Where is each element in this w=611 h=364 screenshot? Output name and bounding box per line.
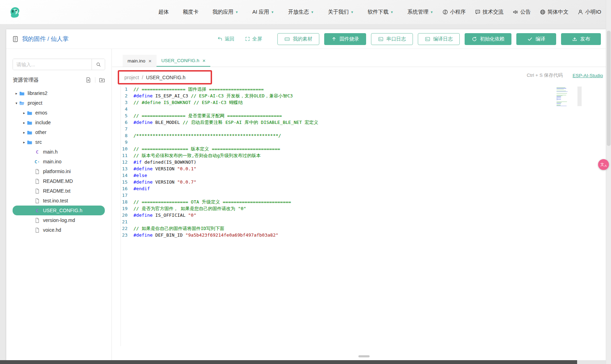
nav-utility-公告[interactable]: 公告 xyxy=(512,9,531,15)
nav-item[interactable]: 系统管理▼ xyxy=(407,9,433,15)
toolbar-button-我的素材[interactable]: 我的素材 xyxy=(277,33,319,45)
folder-icon xyxy=(27,120,32,126)
code-line[interactable]: 1// ================ 固件选择 ==============… xyxy=(112,86,606,92)
line-number: 14 xyxy=(112,172,128,179)
tree-item-label: test.ino.test xyxy=(43,198,68,203)
code-line[interactable]: 11// 版本号必须和发布的一致,否则会自动g升级到发布过的版本 xyxy=(112,152,606,159)
tree-item-src[interactable]: ▸src xyxy=(6,137,111,147)
tree-item-USER_CONFIG.h[interactable]: CUSER_CONFIG.h xyxy=(13,206,105,215)
code-line[interactable]: 7 xyxy=(112,126,606,132)
code-line[interactable]: 15#define VERSION "0.0.7" xyxy=(112,179,606,185)
tree-item-emos[interactable]: ▸emos xyxy=(6,108,111,118)
nav-item[interactable]: 我的应用▼ xyxy=(212,9,238,15)
nav-utility-小明IO[interactable]: 小明IO xyxy=(577,9,601,15)
caret-right-icon[interactable]: ▸ xyxy=(22,121,27,125)
toolbar-button-发布[interactable]: 发布 xyxy=(561,33,601,45)
code-line[interactable]: 10// ================= 版本定义 ============… xyxy=(112,146,606,152)
tree-item-project[interactable]: ▾project xyxy=(6,98,111,108)
code-line[interactable]: 16#endif xyxy=(112,185,606,192)
back-link[interactable]: 返回 xyxy=(217,36,234,42)
nav-menu: 超体额度卡我的应用▼AI 应用▼开放生态▼关于我们▼软件下载▼系统管理▼小程序技… xyxy=(144,9,601,15)
toolbar-button-初始化依赖[interactable]: 初始化依赖 xyxy=(465,33,511,45)
tree-item-platformio.ini[interactable]: platformio.ini xyxy=(6,166,111,176)
caret-right-icon[interactable]: ▸ xyxy=(22,131,27,134)
code-line[interactable]: 19// 是否为官方固件， 如果是您自己的固件请改为 "0" xyxy=(112,205,606,212)
code-line[interactable]: 23#define DEF_BIN_ID "9a5b423f69214fe0a6… xyxy=(112,232,606,238)
code-line[interactable]: 13#define VERSION "0.0.1" xyxy=(112,165,606,172)
editor-tab-main.ino[interactable]: main.ino× xyxy=(123,55,157,67)
tree-item-README.txt[interactable]: README.txt xyxy=(6,186,111,196)
tree-item-include[interactable]: ▸include xyxy=(6,118,111,127)
toolbar-button-编译日志[interactable]: 编译日志 xyxy=(418,33,460,45)
c-file-icon: C xyxy=(34,208,40,213)
nav-item[interactable]: 额度卡 xyxy=(183,9,198,15)
tree-item-main.ino[interactable]: C·main.ino xyxy=(6,157,111,166)
esp-ai-studio-link[interactable]: ESP-AI-Studio xyxy=(573,73,603,78)
explorer-title: 资源管理器 xyxy=(13,77,39,83)
page-vertical-scrollbar[interactable] xyxy=(606,0,611,364)
nav-utility-技术交流[interactable]: 技术交流 xyxy=(475,9,503,15)
close-icon[interactable]: × xyxy=(148,58,152,64)
tree-item-voice.hd[interactable]: voice.hd xyxy=(6,225,111,235)
minimap[interactable] xyxy=(557,87,582,106)
code-line[interactable]: 3// #define IS_BOWKNOT // ESP-AI-C3 蝴蝶结 xyxy=(112,99,606,106)
code-text: #define VERSION "0.0.7" xyxy=(133,179,196,185)
fullscreen-link[interactable]: 全屏 xyxy=(245,36,262,42)
code-line[interactable]: 9 xyxy=(112,139,606,146)
code-line[interactable]: 21 xyxy=(112,218,606,225)
caret-down-icon[interactable]: ▾ xyxy=(14,101,19,105)
code-line[interactable]: 18// ================= OTA 升级定义 ========… xyxy=(112,199,606,205)
tree-item-other[interactable]: ▸other xyxy=(6,127,111,137)
nav-item[interactable]: 关于我们▼ xyxy=(328,9,354,15)
minimap-lines xyxy=(557,87,576,106)
new-file-icon[interactable] xyxy=(85,77,92,83)
nav-item[interactable]: AI 应用▼ xyxy=(252,9,274,15)
code-line[interactable]: 17 xyxy=(112,192,606,199)
code-line[interactable]: 12#if defined(IS_BOWKNOT) xyxy=(112,159,606,165)
close-icon[interactable]: × xyxy=(203,58,206,64)
nav-utility-简体中文[interactable]: 简体中文 xyxy=(540,9,568,15)
tree-item-version-log.md[interactable]: version-log.md xyxy=(6,215,111,225)
tree-item-main.h[interactable]: Cmain.h xyxy=(6,147,111,157)
editor-horizontal-scrollbar[interactable] xyxy=(358,355,370,357)
code-text: // ================ 固件选择 ===============… xyxy=(133,86,264,92)
code-area[interactable]: 1// ================ 固件选择 ==============… xyxy=(112,86,606,360)
tree-item-label: emos xyxy=(35,110,47,116)
translate-button[interactable]: 文 A xyxy=(598,159,609,170)
new-folder-icon[interactable] xyxy=(99,77,105,83)
nav-item-label: 系统管理 xyxy=(407,9,428,15)
tree-item-test.ino.test[interactable]: test.ino.test xyxy=(6,196,111,206)
editor-tab-USER_CONFIG.h[interactable]: USER_CONFIG.h× xyxy=(157,55,211,67)
tree-item-libraries2[interactable]: ▸libraries2 xyxy=(6,88,111,98)
code-line[interactable]: 14#else xyxy=(112,172,606,179)
caret-right-icon[interactable]: ▸ xyxy=(14,91,19,95)
code-line[interactable]: 6#define BLE_MODEL // 启动后需要注释 ESP-AI 库中的… xyxy=(112,119,606,126)
page-vertical-scroll-thumb[interactable] xyxy=(607,31,611,146)
caret-right-icon[interactable]: ▸ xyxy=(22,111,27,115)
search-button[interactable] xyxy=(92,59,105,70)
toolbar-button-串口日志[interactable]: 串口日志 xyxy=(371,33,413,45)
toolbar-button-固件烧录[interactable]: 固件烧录 xyxy=(324,33,366,45)
code-line[interactable]: 2#define IS_ESP_AI_C3 // ESP-AI-C3 开发板，支… xyxy=(112,92,606,99)
code-line[interactable]: 22// 如果是你自己的固件请将固件ID写到下面 xyxy=(112,225,606,232)
toolbar-button-编译[interactable]: 编译 xyxy=(516,33,556,45)
breadcrumb-parent[interactable]: project xyxy=(124,75,139,80)
link-label: 全屏 xyxy=(252,36,262,42)
code-line[interactable]: 5// ================ 是否需要蓝牙配网 ==========… xyxy=(112,112,606,119)
tree-item-README.MD[interactable]: README.MD xyxy=(6,176,111,186)
search-input[interactable] xyxy=(13,59,92,70)
caret-right-icon[interactable]: ▸ xyxy=(22,140,27,144)
code-text: #else xyxy=(133,172,147,179)
page-horizontal-scrollbar[interactable] xyxy=(0,360,606,364)
tree-item-label: libraries2 xyxy=(28,90,48,96)
annotation-box: project / USER_CONFIG.h xyxy=(118,70,212,84)
button-label: 串口日志 xyxy=(386,36,406,42)
nav-utility-小程序[interactable]: 小程序 xyxy=(442,9,466,15)
nav-item[interactable]: 软件下载▼ xyxy=(368,9,393,15)
code-line[interactable]: 20#define IS_OFFICIAL "0" xyxy=(112,212,606,218)
code-line[interactable]: 8/**************************************… xyxy=(112,132,606,139)
nav-item[interactable]: 超体 xyxy=(158,9,169,15)
page-horizontal-scroll-thumb[interactable] xyxy=(0,360,577,364)
nav-item[interactable]: 开放生态▼ xyxy=(288,9,314,15)
code-line[interactable]: 4 xyxy=(112,106,606,112)
